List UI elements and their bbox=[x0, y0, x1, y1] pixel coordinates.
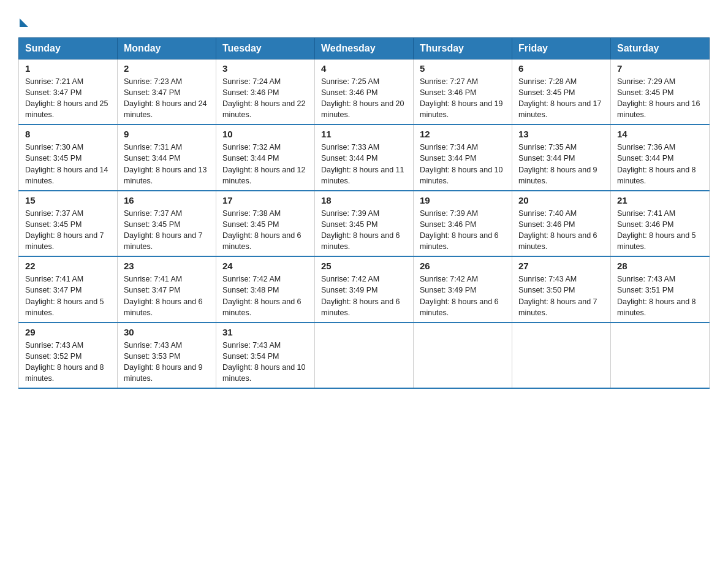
calendar-day-cell: 8 Sunrise: 7:30 AMSunset: 3:45 PMDayligh… bbox=[19, 124, 118, 191]
day-info: Sunrise: 7:42 AMSunset: 3:49 PMDaylight:… bbox=[420, 274, 506, 318]
logo-arrow-icon bbox=[20, 18, 28, 27]
calendar-day-cell: 2 Sunrise: 7:23 AMSunset: 3:47 PMDayligh… bbox=[118, 59, 216, 124]
day-info: Sunrise: 7:42 AMSunset: 3:48 PMDaylight:… bbox=[222, 274, 308, 318]
day-number: 9 bbox=[124, 129, 210, 139]
day-number: 15 bbox=[25, 195, 111, 205]
day-number: 18 bbox=[321, 195, 407, 205]
day-info: Sunrise: 7:24 AMSunset: 3:46 PMDaylight:… bbox=[222, 76, 308, 121]
calendar-day-cell: 13 Sunrise: 7:35 AMSunset: 3:44 PMDaylig… bbox=[512, 124, 611, 191]
calendar-day-cell: 9 Sunrise: 7:31 AMSunset: 3:44 PMDayligh… bbox=[118, 124, 216, 191]
day-info: Sunrise: 7:35 AMSunset: 3:44 PMDaylight:… bbox=[518, 142, 604, 186]
day-number: 30 bbox=[124, 327, 210, 337]
calendar-day-cell: 26 Sunrise: 7:42 AMSunset: 3:49 PMDaylig… bbox=[414, 256, 512, 323]
day-info: Sunrise: 7:43 AMSunset: 3:53 PMDaylight:… bbox=[124, 340, 210, 385]
calendar-day-cell: 27 Sunrise: 7:43 AMSunset: 3:50 PMDaylig… bbox=[512, 256, 611, 323]
day-number: 25 bbox=[321, 261, 407, 271]
day-info: Sunrise: 7:27 AMSunset: 3:46 PMDaylight:… bbox=[420, 76, 506, 121]
calendar-day-cell: 12 Sunrise: 7:34 AMSunset: 3:44 PMDaylig… bbox=[414, 124, 512, 191]
day-info: Sunrise: 7:34 AMSunset: 3:44 PMDaylight:… bbox=[420, 142, 506, 186]
day-info: Sunrise: 7:23 AMSunset: 3:47 PMDaylight:… bbox=[124, 76, 210, 121]
weekday-header: Tuesday bbox=[216, 37, 315, 59]
calendar-day-cell: 14 Sunrise: 7:36 AMSunset: 3:44 PMDaylig… bbox=[611, 124, 710, 191]
weekday-header: Thursday bbox=[414, 37, 512, 59]
calendar-week-row: 22 Sunrise: 7:41 AMSunset: 3:47 PMDaylig… bbox=[19, 256, 710, 323]
calendar-day-cell: 6 Sunrise: 7:28 AMSunset: 3:45 PMDayligh… bbox=[512, 59, 611, 124]
day-info: Sunrise: 7:37 AMSunset: 3:45 PMDaylight:… bbox=[124, 208, 210, 253]
day-info: Sunrise: 7:41 AMSunset: 3:47 PMDaylight:… bbox=[25, 274, 111, 318]
calendar-header-row: SundayMondayTuesdayWednesdayThursdayFrid… bbox=[19, 37, 710, 59]
calendar-day-cell: 25 Sunrise: 7:42 AMSunset: 3:49 PMDaylig… bbox=[315, 256, 414, 323]
calendar-week-row: 15 Sunrise: 7:37 AMSunset: 3:45 PMDaylig… bbox=[19, 191, 710, 257]
calendar-day-cell: 7 Sunrise: 7:29 AMSunset: 3:45 PMDayligh… bbox=[611, 59, 710, 124]
day-info: Sunrise: 7:43 AMSunset: 3:51 PMDaylight:… bbox=[617, 274, 703, 318]
calendar-day-cell bbox=[611, 323, 710, 389]
day-number: 8 bbox=[25, 129, 111, 139]
day-info: Sunrise: 7:39 AMSunset: 3:45 PMDaylight:… bbox=[321, 208, 407, 253]
calendar-day-cell: 11 Sunrise: 7:33 AMSunset: 3:44 PMDaylig… bbox=[315, 124, 414, 191]
calendar-day-cell: 19 Sunrise: 7:39 AMSunset: 3:46 PMDaylig… bbox=[414, 191, 512, 257]
day-info: Sunrise: 7:31 AMSunset: 3:44 PMDaylight:… bbox=[124, 142, 210, 186]
day-number: 23 bbox=[124, 261, 210, 271]
day-info: Sunrise: 7:29 AMSunset: 3:45 PMDaylight:… bbox=[617, 76, 703, 121]
day-number: 13 bbox=[518, 129, 604, 139]
day-number: 11 bbox=[321, 129, 407, 139]
calendar-week-row: 8 Sunrise: 7:30 AMSunset: 3:45 PMDayligh… bbox=[19, 124, 710, 191]
weekday-header: Saturday bbox=[611, 37, 710, 59]
calendar-day-cell: 24 Sunrise: 7:42 AMSunset: 3:48 PMDaylig… bbox=[216, 256, 315, 323]
day-number: 16 bbox=[124, 195, 210, 205]
day-number: 10 bbox=[222, 129, 308, 139]
day-number: 1 bbox=[25, 63, 111, 74]
day-info: Sunrise: 7:39 AMSunset: 3:46 PMDaylight:… bbox=[420, 208, 506, 253]
logo bbox=[18, 12, 28, 31]
day-number: 4 bbox=[321, 63, 407, 74]
calendar-day-cell: 31 Sunrise: 7:43 AMSunset: 3:54 PMDaylig… bbox=[216, 323, 315, 389]
calendar-day-cell: 29 Sunrise: 7:43 AMSunset: 3:52 PMDaylig… bbox=[19, 323, 118, 389]
day-number: 21 bbox=[617, 195, 703, 205]
calendar-day-cell: 16 Sunrise: 7:37 AMSunset: 3:45 PMDaylig… bbox=[118, 191, 216, 257]
day-info: Sunrise: 7:25 AMSunset: 3:46 PMDaylight:… bbox=[321, 76, 407, 121]
day-number: 22 bbox=[25, 261, 111, 271]
calendar-day-cell: 4 Sunrise: 7:25 AMSunset: 3:46 PMDayligh… bbox=[315, 59, 414, 124]
day-info: Sunrise: 7:30 AMSunset: 3:45 PMDaylight:… bbox=[25, 142, 111, 186]
calendar-day-cell: 5 Sunrise: 7:27 AMSunset: 3:46 PMDayligh… bbox=[414, 59, 512, 124]
calendar-day-cell bbox=[315, 323, 414, 389]
day-info: Sunrise: 7:43 AMSunset: 3:50 PMDaylight:… bbox=[518, 274, 604, 318]
day-info: Sunrise: 7:42 AMSunset: 3:49 PMDaylight:… bbox=[321, 274, 407, 318]
day-number: 6 bbox=[518, 63, 604, 74]
weekday-header: Wednesday bbox=[315, 37, 414, 59]
calendar-day-cell: 20 Sunrise: 7:40 AMSunset: 3:46 PMDaylig… bbox=[512, 191, 611, 257]
day-number: 27 bbox=[518, 261, 604, 271]
calendar-day-cell: 22 Sunrise: 7:41 AMSunset: 3:47 PMDaylig… bbox=[19, 256, 118, 323]
day-info: Sunrise: 7:21 AMSunset: 3:47 PMDaylight:… bbox=[25, 76, 111, 121]
calendar-week-row: 1 Sunrise: 7:21 AMSunset: 3:47 PMDayligh… bbox=[19, 59, 710, 124]
calendar-table: SundayMondayTuesdayWednesdayThursdayFrid… bbox=[18, 37, 710, 389]
day-number: 20 bbox=[518, 195, 604, 205]
calendar-week-row: 29 Sunrise: 7:43 AMSunset: 3:52 PMDaylig… bbox=[19, 323, 710, 389]
day-info: Sunrise: 7:37 AMSunset: 3:45 PMDaylight:… bbox=[25, 208, 111, 253]
day-number: 24 bbox=[222, 261, 308, 271]
weekday-header: Monday bbox=[118, 37, 216, 59]
day-info: Sunrise: 7:32 AMSunset: 3:44 PMDaylight:… bbox=[222, 142, 308, 186]
day-info: Sunrise: 7:43 AMSunset: 3:52 PMDaylight:… bbox=[25, 340, 111, 385]
day-info: Sunrise: 7:33 AMSunset: 3:44 PMDaylight:… bbox=[321, 142, 407, 186]
calendar-day-cell: 1 Sunrise: 7:21 AMSunset: 3:47 PMDayligh… bbox=[19, 59, 118, 124]
day-info: Sunrise: 7:40 AMSunset: 3:46 PMDaylight:… bbox=[518, 208, 604, 253]
day-number: 12 bbox=[420, 129, 506, 139]
calendar-day-cell: 28 Sunrise: 7:43 AMSunset: 3:51 PMDaylig… bbox=[611, 256, 710, 323]
calendar-day-cell: 15 Sunrise: 7:37 AMSunset: 3:45 PMDaylig… bbox=[19, 191, 118, 257]
calendar-day-cell: 23 Sunrise: 7:41 AMSunset: 3:47 PMDaylig… bbox=[118, 256, 216, 323]
day-info: Sunrise: 7:41 AMSunset: 3:47 PMDaylight:… bbox=[124, 274, 210, 318]
day-number: 31 bbox=[222, 327, 308, 337]
calendar-day-cell: 30 Sunrise: 7:43 AMSunset: 3:53 PMDaylig… bbox=[118, 323, 216, 389]
day-number: 28 bbox=[617, 261, 703, 271]
calendar-day-cell: 18 Sunrise: 7:39 AMSunset: 3:45 PMDaylig… bbox=[315, 191, 414, 257]
weekday-header: Friday bbox=[512, 37, 611, 59]
day-number: 17 bbox=[222, 195, 308, 205]
weekday-header: Sunday bbox=[19, 37, 118, 59]
day-number: 14 bbox=[617, 129, 703, 139]
day-info: Sunrise: 7:38 AMSunset: 3:45 PMDaylight:… bbox=[222, 208, 308, 253]
day-number: 3 bbox=[222, 63, 308, 74]
day-number: 19 bbox=[420, 195, 506, 205]
day-info: Sunrise: 7:28 AMSunset: 3:45 PMDaylight:… bbox=[518, 76, 604, 121]
calendar-day-cell: 3 Sunrise: 7:24 AMSunset: 3:46 PMDayligh… bbox=[216, 59, 315, 124]
